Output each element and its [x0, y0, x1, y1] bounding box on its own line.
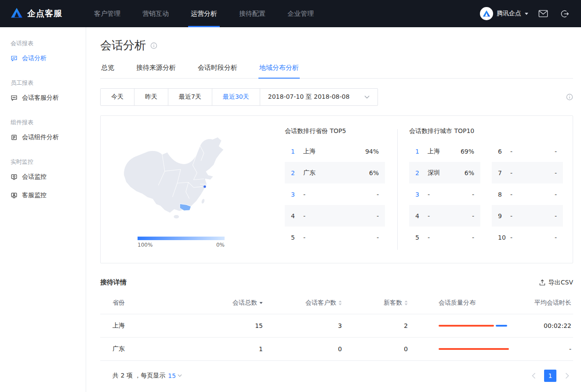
cell-province: 广东 [100, 337, 188, 360]
rank-row: 5 - - [409, 227, 480, 248]
column-session-customers[interactable]: 会话客户数 [263, 292, 342, 314]
tab-overview[interactable]: 总览 [100, 59, 115, 78]
rank-name: - [428, 212, 472, 219]
nav-operation-analysis[interactable]: 运营分析 [185, 0, 222, 27]
rank-number: 3 [415, 191, 428, 198]
page-size-select[interactable]: 15 [168, 372, 182, 379]
rank-value: - [472, 234, 474, 241]
prev-page-button[interactable] [527, 370, 540, 382]
sidebar-item-label: 会话分析 [22, 54, 47, 62]
filter-last7-button[interactable]: 最近7天 [168, 89, 212, 105]
rank-number: 2 [415, 169, 428, 176]
chevron-right-icon [565, 373, 569, 379]
cell-new-customers: 0 [342, 337, 408, 360]
next-page-button[interactable] [561, 370, 573, 382]
mail-icon[interactable] [537, 7, 549, 20]
rank-value: - [377, 191, 379, 198]
column-avg-duration: 平均会话时长 [511, 292, 573, 314]
cell-province: 上海 [100, 314, 188, 337]
export-csv-label: 导出CSV [548, 279, 573, 287]
sidebar-item-label: 会话监控 [22, 173, 47, 181]
cell-avg-duration: - [511, 337, 573, 360]
top-navigation: 客户管理 营销互动 运营分析 接待配置 企业管理 [89, 0, 330, 27]
analysis-tabs: 总览 接待来源分析 会话时段分析 地域分布分析 [100, 59, 573, 79]
agent-monitor-icon [11, 192, 18, 199]
chevron-down-icon [525, 13, 528, 15]
city-rank-left-column: 1 上海 69% 2 深圳 6% 3 - - [409, 140, 480, 248]
china-outline [124, 137, 224, 213]
vertical-divider [397, 129, 398, 250]
column-province: 省份 [100, 292, 188, 314]
map-legend-gradient [138, 237, 225, 240]
column-new-customers[interactable]: 新客数 [342, 292, 408, 314]
rank-number: 3 [291, 191, 303, 198]
rank-name: 上海 [303, 147, 365, 155]
quality-bar-bad-segment [439, 325, 494, 327]
rank-number: 8 [498, 191, 510, 198]
rank-name: - [428, 191, 472, 198]
rank-row: 1 上海 94% [285, 140, 385, 162]
rank-value: - [555, 169, 557, 176]
rank-row: 4 - - [409, 205, 480, 227]
rank-row: 5 - - [285, 227, 385, 248]
rank-row: 1 上海 69% [409, 140, 480, 162]
info-icon[interactable] [150, 42, 157, 49]
filter-last30-button[interactable]: 最近30天 [212, 89, 260, 105]
province-rank-list: 会话数排行省份 TOP5 1 上海 94% 2 广东 6% 3 - - 4 [285, 127, 385, 252]
logout-icon[interactable] [558, 7, 570, 20]
taiwan-island [201, 198, 205, 204]
rank-row: 3 - - [409, 183, 480, 205]
date-range-segmented: 今天 昨天 最近7天 最近30天 2018-07-10 至 2018-08-08 [100, 88, 378, 106]
column-quality: 会话质量分布 [408, 292, 511, 314]
rank-name: - [428, 234, 472, 241]
cell-session-customers: 0 [263, 337, 342, 360]
nav-reception-config[interactable]: 接待配置 [234, 0, 271, 27]
rank-row: 10 - - [492, 227, 563, 248]
city-rank-right-column: 6 - - 7 - - 8 - - [492, 140, 563, 248]
topbar-right: 腾讯企点 [480, 7, 570, 20]
rank-value: 94% [365, 148, 379, 155]
rank-row: 2 深圳 6% [409, 162, 480, 183]
page-title: 会话分析 [100, 38, 146, 53]
page-number-button[interactable]: 1 [544, 370, 556, 382]
cell-avg-duration: 00:02:22 [511, 314, 573, 337]
filter-info-icon[interactable] [566, 94, 573, 101]
tab-region-distribution[interactable]: 地域分布分析 [258, 59, 300, 79]
rank-number: 1 [291, 148, 303, 155]
column-session-total[interactable]: 会话总数 [188, 292, 263, 314]
nav-customer-management[interactable]: 客户管理 [89, 0, 126, 27]
filter-today-button[interactable]: 今天 [101, 89, 134, 105]
rank-number: 5 [291, 234, 303, 241]
sidebar-item-session-component-analysis[interactable]: 会话组件分析 [0, 128, 86, 147]
export-csv-button[interactable]: 导出CSV [539, 279, 573, 287]
tab-session-period[interactable]: 会话时段分析 [197, 59, 238, 78]
rank-row: 7 - - [492, 162, 563, 183]
app-logo[interactable]: 企点客服 [11, 7, 89, 20]
sidebar-section-title: 实时监控 [0, 158, 86, 168]
province-rank-title: 会话数排行省份 TOP5 [285, 127, 385, 140]
sidebar-item-session-agent-analysis[interactable]: 会话客服分析 [0, 89, 86, 107]
account-menu[interactable]: 腾讯企点 [480, 7, 528, 20]
sidebar-item-agent-monitor[interactable]: 客服监控 [0, 186, 86, 205]
filter-yesterday-button[interactable]: 昨天 [134, 89, 168, 105]
cell-session-customers: 3 [263, 314, 342, 337]
rank-row: 3 - - [285, 183, 385, 205]
date-range-picker[interactable]: 2018-07-10 至 2018-08-08 [260, 89, 378, 105]
monitor-icon [11, 173, 18, 180]
cell-session-total: 15 [188, 314, 263, 337]
tab-reception-source[interactable]: 接待来源分析 [135, 59, 177, 78]
rank-name: - [510, 191, 555, 198]
sidebar-section-title: 员工报表 [0, 79, 86, 89]
rank-name: 广东 [303, 169, 369, 177]
sidebar-section-realtime-monitor: 实时监控 会话监控 [0, 158, 86, 205]
rank-row: 4 - - [285, 205, 385, 227]
nav-enterprise-management[interactable]: 企业管理 [282, 0, 319, 27]
nav-marketing-interaction[interactable]: 营销互动 [137, 0, 174, 27]
sidebar-section-session-reports: 会话报表 会话分析 [0, 40, 86, 68]
sidebar-item-session-monitor[interactable]: 会话监控 [0, 168, 86, 186]
rank-row: 6 - - [492, 140, 563, 162]
sidebar-item-session-analysis[interactable]: 会话分析 [0, 49, 86, 68]
sort-both-icon [404, 300, 408, 306]
legend-min-label: 0% [216, 242, 225, 248]
legend-max-label: 100% [138, 242, 153, 248]
